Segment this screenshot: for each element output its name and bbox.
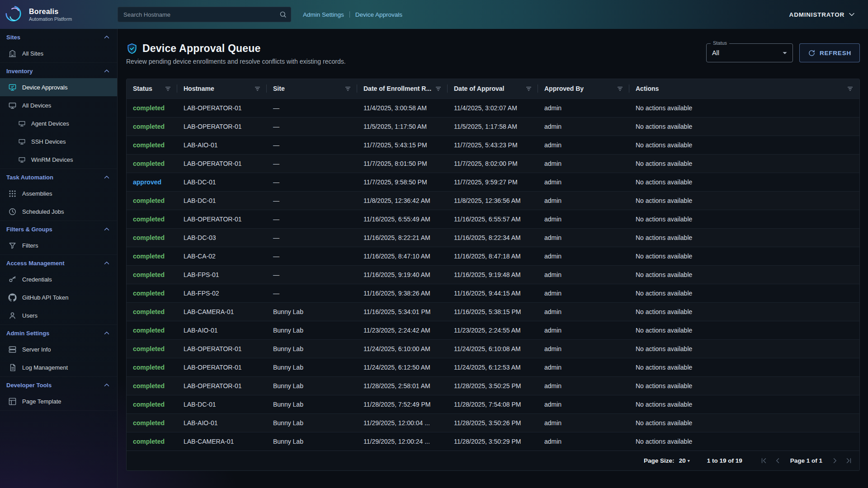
cell-status: approved [127, 173, 177, 191]
table-row[interactable]: completedLAB-DC-03—11/16/2025, 8:22:21 A… [127, 228, 859, 247]
cell-enrollment-date: 11/29/2025, 12:00:24 ... [357, 432, 448, 450]
table-row[interactable]: completedLAB-OPERATOR-01—11/4/2025, 3:00… [127, 99, 859, 117]
pager: Page 1 of 1 [760, 456, 853, 465]
table-row[interactable]: completedLAB-OPERATOR-01Bunny Lab11/28/2… [127, 376, 859, 395]
column-filter-icon[interactable] [164, 85, 172, 93]
page-head-left: Device Approval Queue Review pending dev… [126, 42, 346, 65]
table-row[interactable]: approvedLAB-DC-01—11/7/2025, 9:58:50 PM1… [127, 173, 859, 191]
cell-approved-by: admin [538, 247, 629, 265]
cell-actions: No actions available [629, 173, 859, 191]
user-menu[interactable]: ADMINISTRATOR [789, 10, 856, 19]
chevron-down-icon [847, 10, 856, 19]
refresh-button[interactable]: REFRESH [799, 43, 860, 62]
column-header-approved-by[interactable]: Approved By [538, 79, 629, 99]
sidebar-section-sites[interactable]: Sites [0, 29, 117, 44]
breadcrumb-item-admin-settings[interactable]: Admin Settings [303, 11, 344, 18]
sidebar-item-label: All Sites [22, 50, 43, 57]
column-filter-icon[interactable] [434, 85, 442, 93]
table-row[interactable]: completedLAB-AIO-01Bunny Lab11/29/2025, … [127, 413, 859, 432]
sidebar-item-server-info[interactable]: Server Info [0, 340, 117, 358]
cell-hostname: LAB-OPERATOR-01 [177, 210, 267, 228]
sidebar-item-ssh-devices[interactable]: SSH Devices [0, 132, 117, 150]
table-row[interactable]: completedLAB-CAMERA-01Bunny Lab11/29/202… [127, 432, 859, 450]
cell-enrollment-date: 11/28/2025, 2:58:01 AM [357, 376, 448, 395]
first-page-button[interactable] [760, 456, 768, 465]
sidebar-section: InventoryDevice ApprovalsAll DevicesAgen… [0, 63, 117, 169]
sidebar-item-assemblies[interactable]: Assemblies [0, 184, 117, 202]
cell-approval-date: 11/7/2025, 8:02:00 PM [448, 154, 538, 173]
column-filter-icon[interactable] [616, 85, 624, 93]
status-filter-label: Status [711, 40, 729, 46]
column-filter-icon[interactable] [846, 85, 854, 93]
cell-approved-by: admin [538, 191, 629, 210]
sidebar-section-admin-settings[interactable]: Admin Settings [0, 325, 117, 340]
column-header-hostname[interactable]: Hostname [177, 79, 267, 99]
sidebar-item-page-template[interactable]: Page Template [0, 392, 117, 410]
column-filter-icon[interactable] [525, 85, 533, 93]
sidebar-section-developer-tools[interactable]: Developer Tools [0, 377, 117, 392]
sidebar-item-all-devices[interactable]: All Devices [0, 96, 117, 114]
cell-approval-date: 11/28/2025, 3:50:26 PM [448, 413, 538, 432]
sidebar-section-access-management[interactable]: Access Management [0, 255, 117, 270]
table-row[interactable]: completedLAB-AIO-01—11/7/2025, 5:43:15 P… [127, 136, 859, 154]
table-row[interactable]: completedLAB-OPERATOR-01—11/16/2025, 6:5… [127, 210, 859, 228]
next-page-button[interactable] [830, 456, 839, 465]
sidebar-section-filters-groups[interactable]: Filters & Groups [0, 221, 117, 236]
sidebar-item-winrm-devices[interactable]: WinRM Devices [0, 150, 117, 169]
sidebar-section-task-automation[interactable]: Task Automation [0, 169, 117, 184]
table-row[interactable]: completedLAB-OPERATOR-01Bunny Lab11/24/2… [127, 339, 859, 358]
column-header-date-of-approval[interactable]: Date of Approval [448, 79, 538, 99]
cell-status: completed [127, 99, 177, 117]
table-row[interactable]: completedLAB-DC-01—11/8/2025, 12:36:42 A… [127, 191, 859, 210]
column-filter-icon[interactable] [254, 85, 261, 93]
sidebar-item-credentials[interactable]: Credentials [0, 270, 117, 288]
table-row[interactable]: completedLAB-FPS-02—11/16/2025, 9:38:26 … [127, 284, 859, 302]
cell-site: Bunny Lab [267, 395, 357, 413]
sidebar-item-users[interactable]: Users [0, 306, 117, 324]
sidebar-item-label: Page Template [22, 398, 61, 405]
sidebar-item-log-management[interactable]: Log Management [0, 358, 117, 376]
table-row[interactable]: completedLAB-CAMERA-01Bunny Lab11/16/202… [127, 302, 859, 321]
column-header-site[interactable]: Site [267, 79, 357, 99]
search-icon[interactable] [279, 10, 287, 19]
sidebar-section-inventory[interactable]: Inventory [0, 63, 117, 78]
sidebar-item-filters[interactable]: Filters [0, 236, 117, 254]
column-header-actions[interactable]: Actions [629, 79, 859, 99]
table-row[interactable]: completedLAB-OPERATOR-01Bunny Lab11/24/2… [127, 358, 859, 376]
sidebar-item-scheduled-jobs[interactable]: Scheduled Jobs [0, 202, 117, 221]
breadcrumb-item-device-approvals[interactable]: Device Approvals [355, 11, 402, 18]
column-header-status[interactable]: Status [127, 79, 177, 99]
column-filter-icon[interactable] [344, 85, 352, 93]
cell-site: — [267, 210, 357, 228]
cell-hostname: LAB-OPERATOR-01 [177, 339, 267, 358]
previous-page-button[interactable] [774, 456, 782, 465]
cell-actions: No actions available [629, 117, 859, 136]
cell-enrollment-date: 11/28/2025, 7:52:49 PM [357, 395, 448, 413]
table-row[interactable]: completedLAB-DC-01Bunny Lab11/28/2025, 7… [127, 395, 859, 413]
sites-icon [8, 49, 17, 58]
cell-approved-by: admin [538, 413, 629, 432]
table-row[interactable]: completedLAB-CA-02—11/16/2025, 8:47:10 A… [127, 247, 859, 265]
cell-enrollment-date: 11/7/2025, 8:01:50 PM [357, 154, 448, 173]
borealis-logo-icon [5, 5, 24, 24]
column-header-date-of-enrollment-r[interactable]: Date of Enrollment R... [357, 79, 448, 99]
search-input[interactable] [118, 7, 291, 22]
cell-actions: No actions available [629, 339, 859, 358]
status-filter-select[interactable]: Status All [706, 43, 793, 62]
cell-site: — [267, 117, 357, 136]
cell-site: — [267, 228, 357, 247]
sidebar-item-all-sites[interactable]: All Sites [0, 44, 117, 62]
sidebar-item-agent-devices[interactable]: Agent Devices [0, 114, 117, 132]
last-page-button[interactable] [844, 456, 853, 465]
assemblies-icon [8, 189, 17, 198]
table-row[interactable]: completedLAB-AIO-01Bunny Lab11/23/2025, … [127, 321, 859, 339]
table-row[interactable]: completedLAB-OPERATOR-01—11/7/2025, 8:01… [127, 154, 859, 173]
sidebar-item-device-approvals[interactable]: Device Approvals [0, 78, 117, 96]
table-row[interactable]: completedLAB-OPERATOR-01—11/5/2025, 1:17… [127, 117, 859, 136]
page-size-select[interactable]: 20 ▾ [679, 457, 690, 464]
sidebar-item-github-api-token[interactable]: GitHub API Token [0, 288, 117, 306]
brand: Borealis Automation Platform [0, 5, 118, 24]
cell-hostname: LAB-DC-01 [177, 191, 267, 210]
cell-hostname: LAB-DC-01 [177, 173, 267, 191]
table-row[interactable]: completedLAB-FPS-01—11/16/2025, 9:19:40 … [127, 265, 859, 284]
